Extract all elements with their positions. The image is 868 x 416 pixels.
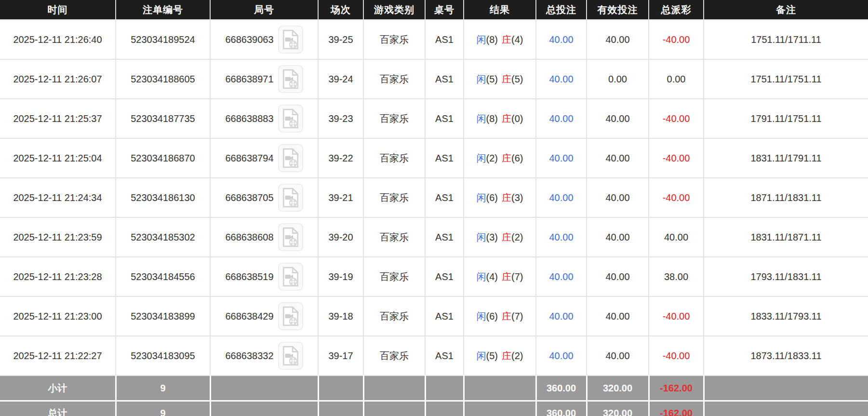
- bet-id-cell: 523034186870: [116, 138, 210, 178]
- subtotal-empty-cell: [363, 376, 425, 401]
- player-result-label: 闲: [477, 153, 486, 163]
- game-type-cell: 百家乐: [363, 138, 425, 178]
- video-record-button[interactable]: [278, 184, 303, 212]
- video-record-icon: [282, 108, 299, 129]
- table-no-cell: AS1: [425, 257, 464, 296]
- banker-result-points: (0): [511, 113, 523, 124]
- video-record-button[interactable]: [278, 342, 303, 370]
- round-cell: 668638608: [210, 217, 318, 257]
- payout-cell: 40.00: [649, 217, 704, 257]
- result-cell: 闲(6)庄(3): [464, 178, 536, 217]
- table-row: 2025-12-11 21:22:27 523034183095 6686383…: [0, 336, 868, 376]
- time-cell: 2025-12-11 21:22:27: [0, 336, 116, 376]
- subtotal-empty-cell: [210, 376, 318, 401]
- total-bet-cell: 40.00: [536, 178, 587, 217]
- valid-bet-cell: 40.00: [587, 257, 649, 296]
- round-cell: 668638705: [210, 178, 318, 217]
- result-cell: 闲(8)庄(4): [464, 20, 536, 59]
- col-header-remark: 备注: [704, 0, 868, 20]
- video-record-icon: [282, 267, 299, 287]
- table-no-cell: AS1: [425, 296, 464, 336]
- subtotal-row: 小计 9 360.00 320.00 -162.00: [0, 376, 868, 401]
- table-no-cell: AS1: [425, 336, 464, 376]
- total-bet-cell: 40.00: [536, 59, 587, 99]
- banker-result-label: 庄: [502, 74, 511, 84]
- result-cell: 闲(3)庄(2): [464, 217, 536, 257]
- remark-cell: 1751.11/1711.11: [704, 20, 868, 59]
- player-result-label: 闲: [477, 232, 486, 242]
- banker-result-label: 庄: [502, 232, 511, 242]
- subtotal-empty-cell: [464, 376, 536, 401]
- table-row: 2025-12-11 21:23:28 523034184556 6686385…: [0, 257, 868, 296]
- table-row: 2025-12-11 21:24:34 523034186130 6686387…: [0, 178, 868, 217]
- total-empty-cell: [464, 401, 536, 416]
- session-cell: 39-23: [318, 99, 363, 138]
- player-result-label: 闲: [477, 34, 486, 45]
- total-payout: -162.00: [649, 401, 704, 416]
- remark-cell: 1831.11/1791.11: [704, 138, 868, 178]
- game-type-cell: 百家乐: [363, 257, 425, 296]
- total-bet-cell: 40.00: [536, 20, 587, 59]
- banker-result-label: 庄: [502, 271, 511, 282]
- banker-result-label: 庄: [502, 311, 511, 322]
- player-result-points: (5): [486, 350, 498, 361]
- table-no-cell: AS1: [425, 217, 464, 257]
- video-record-button[interactable]: [278, 144, 303, 172]
- game-type-cell: 百家乐: [363, 217, 425, 257]
- col-header-total-bet: 总投注: [536, 0, 587, 20]
- banker-result-points: (2): [511, 350, 523, 361]
- time-cell: 2025-12-11 21:25:04: [0, 138, 116, 178]
- player-result-points: (4): [486, 271, 498, 282]
- payout-cell: 0.00: [649, 59, 704, 99]
- round-cell: 668638429: [210, 296, 318, 336]
- time-cell: 2025-12-11 21:23:00: [0, 296, 116, 336]
- video-record-button[interactable]: [278, 263, 303, 291]
- total-bet-cell: 40.00: [536, 296, 587, 336]
- col-header-table-no: 桌号: [425, 0, 464, 20]
- table-header-row: 时间 注单编号 局号 场次 游戏类别 桌号 结果 总投注 有效投注 总派彩 备注: [0, 0, 868, 20]
- col-header-bet-id: 注单编号: [116, 0, 210, 20]
- video-record-icon: [282, 148, 299, 168]
- payout-cell: -40.00: [649, 138, 704, 178]
- player-result-points: (6): [486, 192, 498, 203]
- round-cell: 668638971: [210, 59, 318, 99]
- round-id: 668638794: [225, 153, 273, 164]
- video-record-button[interactable]: [278, 105, 303, 133]
- player-result-label: 闲: [477, 271, 486, 282]
- bet-id-cell: 523034188605: [116, 59, 210, 99]
- round-cell: 668638883: [210, 99, 318, 138]
- banker-result-points: (7): [511, 271, 523, 282]
- subtotal-valid-bet: 320.00: [587, 376, 649, 401]
- result-cell: 闲(4)庄(7): [464, 257, 536, 296]
- video-record-icon: [282, 227, 299, 247]
- banker-result-points: (5): [511, 74, 523, 84]
- player-result-label: 闲: [477, 113, 486, 124]
- bet-id-cell: 523034186130: [116, 178, 210, 217]
- subtotal-empty-cell: [704, 376, 868, 401]
- valid-bet-cell: 0.00: [587, 59, 649, 99]
- session-cell: 39-20: [318, 217, 363, 257]
- video-record-button[interactable]: [278, 26, 303, 54]
- video-record-icon: [282, 69, 299, 89]
- time-cell: 2025-12-11 21:25:37: [0, 99, 116, 138]
- table-no-cell: AS1: [425, 20, 464, 59]
- payout-cell: 38.00: [649, 257, 704, 296]
- table-no-cell: AS1: [425, 59, 464, 99]
- game-type-cell: 百家乐: [363, 20, 425, 59]
- round-id: 668638429: [225, 311, 273, 322]
- remark-cell: 1793.11/1831.11: [704, 257, 868, 296]
- total-bet-cell: 40.00: [536, 99, 587, 138]
- total-empty-cell: [425, 401, 464, 416]
- round-cell: 668638519: [210, 257, 318, 296]
- total-bet-cell: 40.00: [536, 336, 587, 376]
- banker-result-points: (2): [511, 232, 523, 242]
- game-type-cell: 百家乐: [363, 59, 425, 99]
- remark-cell: 1833.11/1793.11: [704, 296, 868, 336]
- table-no-cell: AS1: [425, 99, 464, 138]
- bet-id-cell: 523034184556: [116, 257, 210, 296]
- video-record-button[interactable]: [278, 65, 303, 93]
- video-record-button[interactable]: [278, 223, 303, 251]
- remark-cell: 1751.11/1751.11: [704, 59, 868, 99]
- video-record-button[interactable]: [278, 302, 303, 330]
- payout-cell: -40.00: [649, 336, 704, 376]
